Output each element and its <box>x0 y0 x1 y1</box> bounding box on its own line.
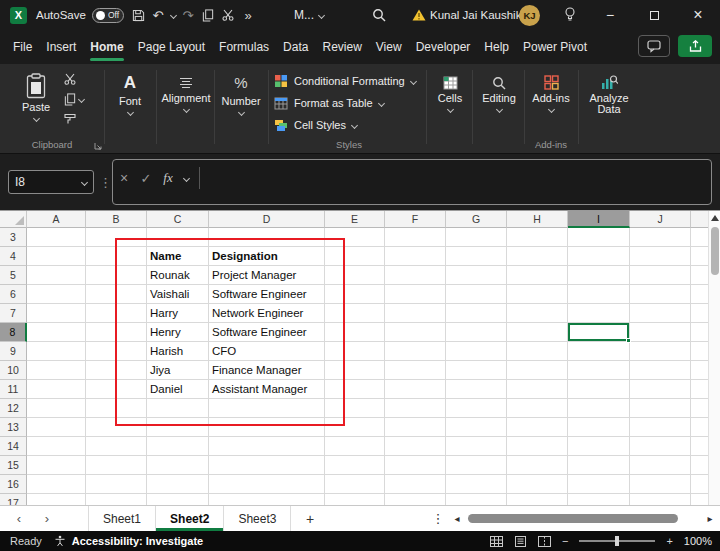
select-all-corner[interactable] <box>0 211 27 228</box>
menu-tab-file[interactable]: File <box>6 30 39 64</box>
cell-H5[interactable] <box>507 266 568 285</box>
cell-G12[interactable] <box>446 399 507 418</box>
row-header-4[interactable]: 4 <box>0 247 27 266</box>
scroll-left-icon[interactable]: ◂ <box>450 513 464 524</box>
cell-I4[interactable] <box>568 247 630 266</box>
cut-icon[interactable] <box>218 5 238 25</box>
menu-tab-formulas[interactable]: Formulas <box>212 30 276 64</box>
column-header-A[interactable]: A <box>27 211 86 228</box>
scroll-right-icon[interactable]: ▸ <box>703 513 717 524</box>
sheet-tab-sheet1[interactable]: Sheet1 <box>88 506 156 531</box>
cell-A10[interactable] <box>27 361 86 380</box>
number-button[interactable]: % Number <box>218 68 264 115</box>
row-header-9[interactable]: 9 <box>0 342 27 361</box>
cell-H17[interactable] <box>507 494 568 505</box>
cell-G16[interactable] <box>446 475 507 494</box>
column-header-J[interactable]: J <box>630 211 691 228</box>
cell-H8[interactable] <box>507 323 568 342</box>
fill-handle[interactable] <box>626 338 631 343</box>
page-layout-view-icon[interactable] <box>514 536 527 547</box>
cell-B9[interactable] <box>86 342 147 361</box>
sheet-tab-sheet2[interactable]: Sheet2 <box>156 506 224 531</box>
cell-G5[interactable] <box>446 266 507 285</box>
row-header-10[interactable]: 10 <box>0 361 27 380</box>
row-header-14[interactable]: 14 <box>0 437 27 456</box>
minimize-button[interactable]: − <box>588 0 632 30</box>
analyze-data-button[interactable]: Analyze Data <box>582 68 636 115</box>
cell-F16[interactable] <box>385 475 446 494</box>
clipboard-dialog-launcher-icon[interactable] <box>94 142 102 150</box>
cell-A6[interactable] <box>27 285 86 304</box>
column-header-E[interactable]: E <box>325 211 385 228</box>
cell-G9[interactable] <box>446 342 507 361</box>
spreadsheet[interactable]: ABCDEFGHIJ34567891011121314151617 NameDe… <box>0 210 720 505</box>
row-header-15[interactable]: 15 <box>0 456 27 475</box>
cell-I13[interactable] <box>568 418 630 437</box>
add-sheet-button[interactable]: + <box>300 506 320 531</box>
avatar[interactable]: KJ <box>519 0 540 30</box>
cell-J16[interactable] <box>630 475 691 494</box>
cell-H7[interactable] <box>507 304 568 323</box>
search-icon[interactable] <box>372 0 386 30</box>
cell-G10[interactable] <box>446 361 507 380</box>
zoom-out-button[interactable]: − <box>562 535 568 547</box>
zoom-slider[interactable] <box>579 540 655 542</box>
cell-F13[interactable] <box>385 418 446 437</box>
prev-sheet-icon[interactable]: ‹ <box>8 506 30 531</box>
menu-tab-power-pivot[interactable]: Power Pivot <box>516 30 594 64</box>
cell-G7[interactable] <box>446 304 507 323</box>
row-header-12[interactable]: 12 <box>0 399 27 418</box>
cell-J3[interactable] <box>630 228 691 247</box>
menu-tab-review[interactable]: Review <box>315 30 368 64</box>
share-button[interactable] <box>678 35 712 57</box>
scroll-up-icon[interactable] <box>711 215 719 221</box>
cell-E3[interactable] <box>325 228 385 247</box>
cell-J10[interactable] <box>630 361 691 380</box>
menu-tab-help[interactable]: Help <box>477 30 516 64</box>
cell-E7[interactable] <box>325 304 385 323</box>
cell-F4[interactable] <box>385 247 446 266</box>
cell-H3[interactable] <box>507 228 568 247</box>
cell-B7[interactable] <box>86 304 147 323</box>
chevron-down-icon[interactable] <box>179 166 193 190</box>
excel-app-icon[interactable]: X <box>10 0 27 30</box>
zoom-level[interactable]: 100% <box>684 535 712 547</box>
cell-A17[interactable] <box>27 494 86 505</box>
zoom-in-button[interactable]: + <box>666 535 672 547</box>
cell-G6[interactable] <box>446 285 507 304</box>
cell-C14[interactable] <box>147 437 209 456</box>
row-header-8[interactable]: 8 <box>0 323 27 342</box>
cell-I5[interactable] <box>568 266 630 285</box>
menu-tab-insert[interactable]: Insert <box>39 30 83 64</box>
cell-F3[interactable] <box>385 228 446 247</box>
cell-C15[interactable] <box>147 456 209 475</box>
cell-I10[interactable] <box>568 361 630 380</box>
cell-J8[interactable] <box>630 323 691 342</box>
cells-button[interactable]: Cells <box>430 68 470 112</box>
cell-A14[interactable] <box>27 437 86 456</box>
cell-E13[interactable] <box>325 418 385 437</box>
close-button[interactable]: × <box>676 0 720 30</box>
cell-A8[interactable] <box>27 323 86 342</box>
menu-tab-developer[interactable]: Developer <box>409 30 478 64</box>
normal-view-icon[interactable] <box>490 536 503 547</box>
cell-C16[interactable] <box>147 475 209 494</box>
column-header-F[interactable]: F <box>385 211 446 228</box>
cell-I15[interactable] <box>568 456 630 475</box>
cell-B16[interactable] <box>86 475 147 494</box>
cell-J14[interactable] <box>630 437 691 456</box>
document-title[interactable]: M... <box>294 0 324 30</box>
cell-F9[interactable] <box>385 342 446 361</box>
cell-A3[interactable] <box>27 228 86 247</box>
menu-tab-home[interactable]: Home <box>83 30 130 64</box>
name-box[interactable]: I8 <box>8 170 94 194</box>
cell-B3[interactable] <box>86 228 147 247</box>
cut-icon[interactable] <box>64 73 76 85</box>
cell-E8[interactable] <box>325 323 385 342</box>
cell-G15[interactable] <box>446 456 507 475</box>
cell-C17[interactable] <box>147 494 209 505</box>
page-break-view-icon[interactable] <box>538 536 551 547</box>
cell-G4[interactable] <box>446 247 507 266</box>
column-header-I[interactable]: I <box>568 211 630 228</box>
cell-F8[interactable] <box>385 323 446 342</box>
